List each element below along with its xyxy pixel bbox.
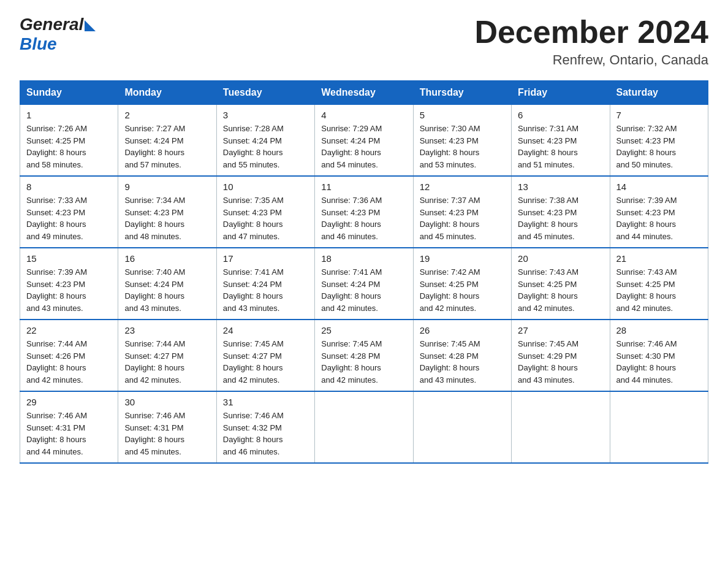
calendar-week-row: 29 Sunrise: 7:46 AMSunset: 4:31 PMDaylig…	[20, 391, 708, 463]
day-number: 30	[124, 397, 210, 407]
col-wednesday: Wednesday	[315, 81, 413, 105]
calendar-week-row: 22 Sunrise: 7:44 AMSunset: 4:26 PMDaylig…	[20, 320, 708, 391]
col-monday: Monday	[118, 81, 216, 105]
table-row: 9 Sunrise: 7:34 AMSunset: 4:23 PMDayligh…	[118, 176, 216, 248]
table-row: 7 Sunrise: 7:32 AMSunset: 4:23 PMDayligh…	[610, 105, 708, 177]
table-row: 16 Sunrise: 7:40 AMSunset: 4:24 PMDaylig…	[118, 248, 216, 320]
table-row: 19 Sunrise: 7:42 AMSunset: 4:25 PMDaylig…	[413, 248, 511, 320]
table-row: 28 Sunrise: 7:46 AMSunset: 4:30 PMDaylig…	[610, 320, 708, 391]
day-number: 11	[321, 182, 406, 192]
col-saturday: Saturday	[610, 81, 708, 105]
day-info: Sunrise: 7:27 AMSunset: 4:24 PMDaylight:…	[124, 123, 210, 170]
table-row: 23 Sunrise: 7:44 AMSunset: 4:27 PMDaylig…	[118, 320, 216, 391]
day-number: 1	[26, 110, 112, 120]
day-info: Sunrise: 7:46 AMSunset: 4:31 PMDaylight:…	[124, 410, 210, 458]
table-row: 22 Sunrise: 7:44 AMSunset: 4:26 PMDaylig…	[20, 320, 118, 391]
table-row: 8 Sunrise: 7:33 AMSunset: 4:23 PMDayligh…	[20, 176, 118, 248]
day-info: Sunrise: 7:46 AMSunset: 4:32 PMDaylight:…	[223, 410, 308, 458]
month-title: December 2024	[474, 15, 708, 50]
day-info: Sunrise: 7:36 AMSunset: 4:23 PMDaylight:…	[321, 194, 406, 242]
day-number: 6	[518, 110, 603, 120]
day-number: 7	[616, 110, 702, 120]
table-row: 1 Sunrise: 7:26 AMSunset: 4:25 PMDayligh…	[20, 105, 118, 177]
table-row: 27 Sunrise: 7:45 AMSunset: 4:29 PMDaylig…	[512, 320, 610, 391]
day-number: 13	[518, 182, 603, 192]
day-number: 31	[223, 397, 308, 407]
table-row	[610, 391, 708, 463]
table-row: 6 Sunrise: 7:31 AMSunset: 4:23 PMDayligh…	[512, 105, 610, 177]
table-row	[413, 391, 511, 463]
day-info: Sunrise: 7:45 AMSunset: 4:29 PMDaylight:…	[518, 338, 603, 386]
day-number: 2	[124, 110, 210, 120]
table-row: 4 Sunrise: 7:29 AMSunset: 4:24 PMDayligh…	[315, 105, 413, 177]
day-info: Sunrise: 7:40 AMSunset: 4:24 PMDaylight:…	[124, 266, 210, 314]
day-number: 5	[420, 110, 505, 120]
day-info: Sunrise: 7:42 AMSunset: 4:25 PMDaylight:…	[420, 266, 505, 314]
table-row	[512, 391, 610, 463]
day-info: Sunrise: 7:33 AMSunset: 4:23 PMDaylight:…	[26, 194, 112, 242]
day-info: Sunrise: 7:44 AMSunset: 4:27 PMDaylight:…	[124, 338, 210, 386]
table-row: 10 Sunrise: 7:35 AMSunset: 4:23 PMDaylig…	[216, 176, 314, 248]
day-number: 15	[26, 253, 112, 264]
table-row: 18 Sunrise: 7:41 AMSunset: 4:24 PMDaylig…	[315, 248, 413, 320]
day-number: 22	[26, 325, 112, 335]
day-info: Sunrise: 7:26 AMSunset: 4:25 PMDaylight:…	[26, 123, 112, 170]
day-number: 25	[321, 325, 406, 335]
calendar-week-row: 8 Sunrise: 7:33 AMSunset: 4:23 PMDayligh…	[20, 176, 708, 248]
table-row: 17 Sunrise: 7:41 AMSunset: 4:24 PMDaylig…	[216, 248, 314, 320]
day-info: Sunrise: 7:44 AMSunset: 4:26 PMDaylight:…	[26, 338, 112, 386]
day-number: 24	[223, 325, 308, 335]
table-row: 13 Sunrise: 7:38 AMSunset: 4:23 PMDaylig…	[512, 176, 610, 248]
day-info: Sunrise: 7:29 AMSunset: 4:24 PMDaylight:…	[321, 123, 406, 170]
page-header: General Blue December 2024 Renfrew, Onta…	[20, 15, 708, 68]
day-info: Sunrise: 7:37 AMSunset: 4:23 PMDaylight:…	[420, 194, 505, 242]
day-info: Sunrise: 7:45 AMSunset: 4:28 PMDaylight:…	[321, 338, 406, 386]
day-info: Sunrise: 7:46 AMSunset: 4:31 PMDaylight:…	[26, 410, 112, 458]
day-number: 28	[616, 325, 702, 335]
day-number: 17	[223, 253, 308, 264]
day-number: 20	[518, 253, 603, 264]
day-number: 29	[26, 397, 112, 407]
table-row: 3 Sunrise: 7:28 AMSunset: 4:24 PMDayligh…	[216, 105, 314, 177]
table-row: 26 Sunrise: 7:45 AMSunset: 4:28 PMDaylig…	[413, 320, 511, 391]
logo-arrow-icon	[85, 20, 96, 31]
table-row: 15 Sunrise: 7:39 AMSunset: 4:23 PMDaylig…	[20, 248, 118, 320]
table-row: 30 Sunrise: 7:46 AMSunset: 4:31 PMDaylig…	[118, 391, 216, 463]
day-number: 23	[124, 325, 210, 335]
day-number: 27	[518, 325, 603, 335]
day-info: Sunrise: 7:32 AMSunset: 4:23 PMDaylight:…	[616, 123, 702, 170]
calendar-week-row: 1 Sunrise: 7:26 AMSunset: 4:25 PMDayligh…	[20, 105, 708, 177]
day-info: Sunrise: 7:43 AMSunset: 4:25 PMDaylight:…	[518, 266, 603, 314]
table-row: 12 Sunrise: 7:37 AMSunset: 4:23 PMDaylig…	[413, 176, 511, 248]
logo: General Blue	[20, 15, 96, 54]
day-number: 18	[321, 253, 406, 264]
col-friday: Friday	[512, 81, 610, 105]
table-row: 21 Sunrise: 7:43 AMSunset: 4:25 PMDaylig…	[610, 248, 708, 320]
table-row: 11 Sunrise: 7:36 AMSunset: 4:23 PMDaylig…	[315, 176, 413, 248]
day-info: Sunrise: 7:35 AMSunset: 4:23 PMDaylight:…	[223, 194, 308, 242]
table-row: 29 Sunrise: 7:46 AMSunset: 4:31 PMDaylig…	[20, 391, 118, 463]
day-info: Sunrise: 7:28 AMSunset: 4:24 PMDaylight:…	[223, 123, 308, 170]
day-number: 8	[26, 182, 112, 192]
day-info: Sunrise: 7:46 AMSunset: 4:30 PMDaylight:…	[616, 338, 702, 386]
day-number: 9	[124, 182, 210, 192]
day-number: 14	[616, 182, 702, 192]
table-row: 20 Sunrise: 7:43 AMSunset: 4:25 PMDaylig…	[512, 248, 610, 320]
table-row: 31 Sunrise: 7:46 AMSunset: 4:32 PMDaylig…	[216, 391, 314, 463]
logo-general-text: General	[20, 15, 83, 34]
day-info: Sunrise: 7:41 AMSunset: 4:24 PMDaylight:…	[321, 266, 406, 314]
location-text: Renfrew, Ontario, Canada	[474, 52, 708, 68]
day-info: Sunrise: 7:34 AMSunset: 4:23 PMDaylight:…	[124, 194, 210, 242]
day-info: Sunrise: 7:38 AMSunset: 4:23 PMDaylight:…	[518, 194, 603, 242]
table-row: 14 Sunrise: 7:39 AMSunset: 4:23 PMDaylig…	[610, 176, 708, 248]
day-number: 10	[223, 182, 308, 192]
table-row: 5 Sunrise: 7:30 AMSunset: 4:23 PMDayligh…	[413, 105, 511, 177]
calendar-table: Sunday Monday Tuesday Wednesday Thursday…	[20, 80, 708, 464]
day-info: Sunrise: 7:39 AMSunset: 4:23 PMDaylight:…	[616, 194, 702, 242]
day-info: Sunrise: 7:43 AMSunset: 4:25 PMDaylight:…	[616, 266, 702, 314]
col-tuesday: Tuesday	[216, 81, 314, 105]
day-number: 19	[420, 253, 505, 264]
day-number: 3	[223, 110, 308, 120]
day-info: Sunrise: 7:30 AMSunset: 4:23 PMDaylight:…	[420, 123, 505, 170]
calendar-header-row: Sunday Monday Tuesday Wednesday Thursday…	[20, 81, 708, 105]
